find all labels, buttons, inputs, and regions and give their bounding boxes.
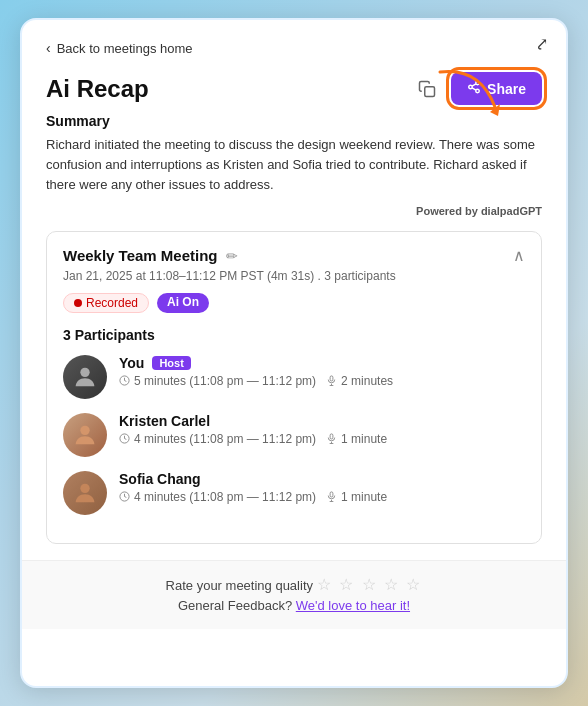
participant-name-you: You xyxy=(119,355,144,371)
clock-icon-you xyxy=(119,375,130,388)
share-button[interactable]: Share xyxy=(451,72,542,105)
avatar-kristen xyxy=(63,413,107,457)
svg-rect-19 xyxy=(330,492,333,497)
recorded-badge: Recorded xyxy=(63,293,149,313)
rating-label: Rate your meeting quality xyxy=(166,578,313,593)
feedback-row: General Feedback? We'd love to hear it! xyxy=(46,598,542,613)
footer: Rate your meeting quality ☆ ☆ ☆ ☆ ☆ Gene… xyxy=(22,560,566,629)
mic-icon-sofia xyxy=(326,491,337,504)
copy-icon[interactable] xyxy=(413,75,441,103)
svg-rect-9 xyxy=(330,376,333,381)
participant-name-sofia: Sofia Chang xyxy=(119,471,201,487)
summary-text: Richard initiated the meeting to discuss… xyxy=(46,135,542,195)
participant-sofia: Sofia Chang 4 minutes (11:08 pm — 11:12 … xyxy=(63,471,525,515)
avatar-you xyxy=(63,355,107,399)
meeting-meta: Jan 21, 2025 at 11:08–11:12 PM PST (4m 3… xyxy=(63,269,525,283)
share-icon xyxy=(467,80,481,97)
participant-kristen: Kristen Carlel 4 minutes (11:08 pm — 11:… xyxy=(63,413,525,457)
page-title: Ai Recap xyxy=(46,75,149,103)
participant-you: You Host 5 minutes (11:08 pm — 11:12 pm) xyxy=(63,355,525,399)
participant-stats-kristen: 4 minutes (11:08 pm — 11:12 pm) 1 minute xyxy=(119,432,525,446)
svg-point-2 xyxy=(476,81,480,85)
back-label: Back to meetings home xyxy=(57,41,193,56)
meeting-title: Weekly Team Meeting xyxy=(63,247,218,264)
powered-by: Powered by dialpadGPT xyxy=(46,205,542,217)
avatar-sofia xyxy=(63,471,107,515)
ai-on-badge: Ai On xyxy=(157,293,209,313)
star-icons[interactable]: ☆ ☆ ☆ ☆ ☆ xyxy=(317,576,423,593)
participant-stats-sofia: 4 minutes (11:08 pm — 11:12 pm) 1 minute xyxy=(119,490,525,504)
svg-point-17 xyxy=(80,484,89,493)
host-badge: Host xyxy=(152,356,190,370)
back-chevron-icon: ‹ xyxy=(46,40,51,56)
participant-stats-you: 5 minutes (11:08 pm — 11:12 pm) 2 minute… xyxy=(119,374,525,388)
participants-label: 3 Participants xyxy=(63,327,525,343)
mic-icon-you xyxy=(326,375,337,388)
svg-point-3 xyxy=(469,85,473,89)
collapse-icon[interactable]: ∧ xyxy=(513,246,525,265)
clock-icon-kristen xyxy=(119,433,130,446)
feedback-link[interactable]: We'd love to hear it! xyxy=(296,598,410,613)
svg-rect-14 xyxy=(330,434,333,439)
svg-point-12 xyxy=(80,426,89,435)
rating-row: Rate your meeting quality ☆ ☆ ☆ ☆ ☆ xyxy=(46,575,542,594)
summary-label: Summary xyxy=(46,113,542,129)
external-link-icon[interactable]: ⤤ xyxy=(535,34,548,53)
back-button[interactable]: ‹ Back to meetings home xyxy=(46,40,542,56)
svg-line-6 xyxy=(472,84,476,86)
meeting-card: Weekly Team Meeting ✏ ∧ Jan 21, 2025 at … xyxy=(46,231,542,544)
mic-icon-kristen xyxy=(326,433,337,446)
svg-line-5 xyxy=(472,88,476,90)
share-label: Share xyxy=(487,81,526,97)
svg-point-4 xyxy=(476,89,480,93)
participant-name-kristen: Kristen Carlel xyxy=(119,413,210,429)
svg-rect-1 xyxy=(425,86,435,96)
svg-point-7 xyxy=(80,368,89,377)
record-dot xyxy=(74,299,82,307)
feedback-label: General Feedback? xyxy=(178,598,292,613)
clock-icon-sofia xyxy=(119,491,130,504)
edit-icon[interactable]: ✏ xyxy=(226,248,238,264)
